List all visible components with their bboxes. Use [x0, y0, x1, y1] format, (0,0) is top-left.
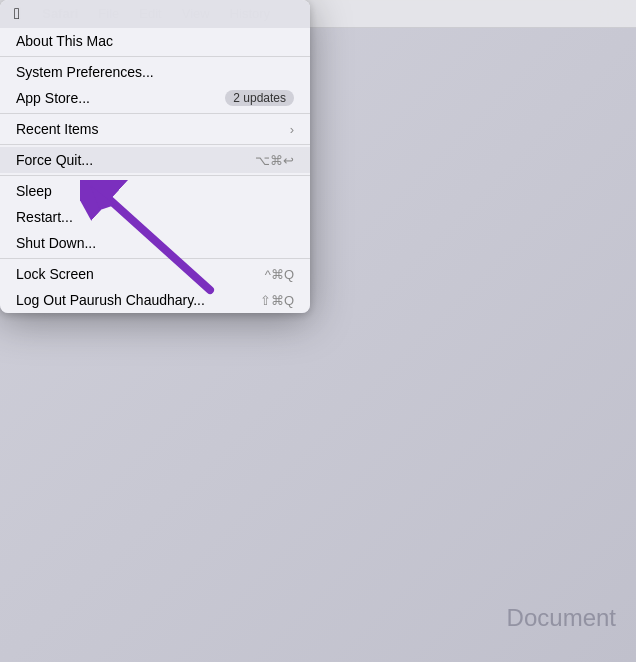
menu-item-restart-label: Restart...: [16, 209, 294, 225]
separator-5: [0, 258, 310, 259]
menu-item-logout[interactable]: Log Out Paurush Chaudhary... ⇧⌘Q: [0, 287, 310, 313]
menu-item-system-prefs-label: System Preferences...: [16, 64, 294, 80]
menu-item-about-label: About This Mac: [16, 33, 294, 49]
menu-item-force-quit[interactable]: Force Quit... ⌥⌘↩: [0, 147, 310, 173]
separator-2: [0, 113, 310, 114]
recent-items-arrow-icon: ›: [290, 122, 294, 137]
menu-item-app-store-label: App Store...: [16, 90, 225, 106]
menu-item-lock-screen-label: Lock Screen: [16, 266, 265, 282]
logout-shortcut: ⇧⌘Q: [260, 293, 294, 308]
apple-dropdown-menu:  About This Mac System Preferences... A…: [0, 0, 310, 313]
menu-item-shutdown[interactable]: Shut Down...: [0, 230, 310, 256]
menu-item-system-prefs[interactable]: System Preferences...: [0, 59, 310, 85]
menu-item-recent-items[interactable]: Recent Items ›: [0, 116, 310, 142]
separator-3: [0, 144, 310, 145]
bg-document-text: Document: [507, 604, 616, 632]
separator-1: [0, 56, 310, 57]
menu-item-app-store[interactable]: App Store... 2 updates: [0, 85, 310, 111]
menu-item-restart[interactable]: Restart...: [0, 204, 310, 230]
menu-item-recent-items-label: Recent Items: [16, 121, 290, 137]
menu-item-shutdown-label: Shut Down...: [16, 235, 294, 251]
menu-item-lock-screen[interactable]: Lock Screen ^⌘Q: [0, 261, 310, 287]
force-quit-shortcut: ⌥⌘↩: [255, 153, 294, 168]
separator-4: [0, 175, 310, 176]
lock-screen-shortcut: ^⌘Q: [265, 267, 294, 282]
dropdown-apple-row: : [0, 0, 310, 28]
menu-item-sleep-label: Sleep: [16, 183, 294, 199]
menu-item-force-quit-label: Force Quit...: [16, 152, 255, 168]
menu-item-logout-label: Log Out Paurush Chaudhary...: [16, 292, 260, 308]
menu-item-about[interactable]: About This Mac: [0, 28, 310, 54]
menu-item-sleep[interactable]: Sleep: [0, 178, 310, 204]
apple-logo-icon: : [14, 5, 20, 23]
app-store-badge: 2 updates: [225, 90, 294, 106]
